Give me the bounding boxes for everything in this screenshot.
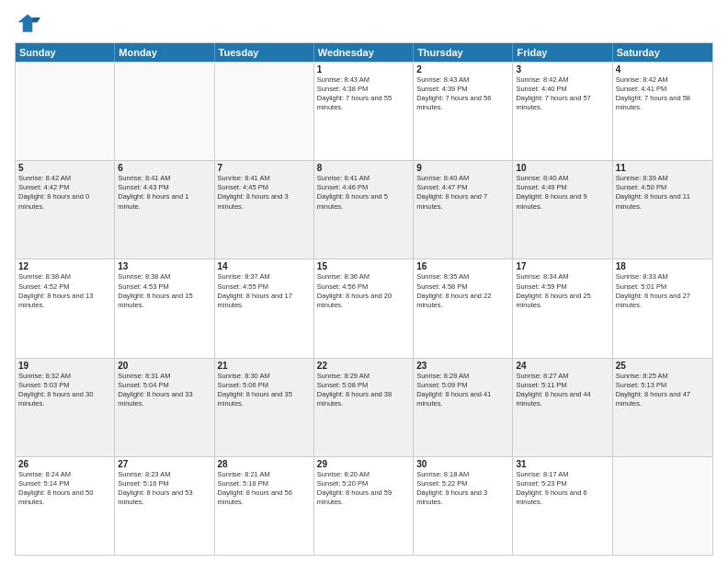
calendar-row: 12Sunrise: 8:38 AM Sunset: 4:52 PM Dayli… bbox=[16, 259, 712, 357]
calendar-cell: 10Sunrise: 8:40 AM Sunset: 4:49 PM Dayli… bbox=[513, 161, 612, 259]
day-number: 20 bbox=[118, 361, 210, 371]
calendar-cell: 1Sunrise: 8:43 AM Sunset: 4:38 PM Daylig… bbox=[314, 63, 414, 160]
calendar-cell: 16Sunrise: 8:35 AM Sunset: 4:58 PM Dayli… bbox=[414, 259, 513, 357]
cell-info: Sunrise: 8:41 AM Sunset: 4:43 PM Dayligh… bbox=[118, 174, 210, 212]
calendar-row: 26Sunrise: 8:24 AM Sunset: 5:14 PM Dayli… bbox=[16, 456, 712, 555]
day-number: 30 bbox=[416, 459, 509, 469]
svg-marker-0 bbox=[18, 15, 38, 32]
day-number: 22 bbox=[317, 361, 410, 371]
cell-info: Sunrise: 8:25 AM Sunset: 5:13 PM Dayligh… bbox=[616, 372, 710, 409]
day-number: 7 bbox=[218, 163, 311, 173]
day-number: 19 bbox=[18, 361, 111, 371]
calendar-cell: 6Sunrise: 8:41 AM Sunset: 4:43 PM Daylig… bbox=[115, 161, 214, 259]
cell-info: Sunrise: 8:24 AM Sunset: 5:14 PM Dayligh… bbox=[18, 470, 111, 508]
calendar: SundayMondayTuesdayWednesdayThursdayFrid… bbox=[15, 42, 713, 556]
calendar-cell: 23Sunrise: 8:28 AM Sunset: 5:09 PM Dayli… bbox=[414, 359, 513, 456]
day-number: 17 bbox=[516, 261, 609, 271]
day-number: 3 bbox=[516, 64, 609, 75]
calendar-row: 19Sunrise: 8:32 AM Sunset: 5:03 PM Dayli… bbox=[16, 358, 712, 456]
cell-info: Sunrise: 8:23 AM Sunset: 5:16 PM Dayligh… bbox=[118, 470, 210, 508]
calendar-cell: 21Sunrise: 8:30 AM Sunset: 5:06 PM Dayli… bbox=[215, 359, 314, 456]
day-number: 12 bbox=[18, 261, 111, 271]
cal-header-day: Friday bbox=[513, 43, 612, 62]
day-number: 2 bbox=[416, 64, 509, 75]
calendar-cell: 11Sunrise: 8:39 AM Sunset: 4:50 PM Dayli… bbox=[613, 161, 712, 259]
cal-header-day: Sunday bbox=[16, 43, 115, 62]
cell-info: Sunrise: 8:20 AM Sunset: 5:20 PM Dayligh… bbox=[317, 470, 410, 508]
cell-info: Sunrise: 8:17 AM Sunset: 5:23 PM Dayligh… bbox=[516, 470, 609, 508]
cal-header-day: Tuesday bbox=[215, 43, 314, 62]
cell-info: Sunrise: 8:42 AM Sunset: 4:41 PM Dayligh… bbox=[616, 75, 710, 113]
day-number: 11 bbox=[616, 163, 710, 173]
calendar-cell: 27Sunrise: 8:23 AM Sunset: 5:16 PM Dayli… bbox=[115, 457, 214, 555]
day-number: 27 bbox=[118, 459, 210, 469]
day-number: 9 bbox=[416, 163, 509, 173]
calendar-row: 5Sunrise: 8:42 AM Sunset: 4:42 PM Daylig… bbox=[16, 160, 712, 259]
day-number: 25 bbox=[616, 361, 710, 371]
calendar-cell: 22Sunrise: 8:29 AM Sunset: 5:08 PM Dayli… bbox=[314, 359, 414, 456]
cell-info: Sunrise: 8:35 AM Sunset: 4:58 PM Dayligh… bbox=[416, 272, 509, 310]
day-number: 4 bbox=[616, 64, 710, 75]
cell-info: Sunrise: 8:40 AM Sunset: 4:47 PM Dayligh… bbox=[416, 174, 509, 212]
calendar-cell: 19Sunrise: 8:32 AM Sunset: 5:03 PM Dayli… bbox=[16, 359, 115, 456]
calendar-cell: 3Sunrise: 8:42 AM Sunset: 4:40 PM Daylig… bbox=[513, 63, 612, 160]
calendar-cell: 9Sunrise: 8:40 AM Sunset: 4:47 PM Daylig… bbox=[414, 161, 513, 259]
cal-header-day: Thursday bbox=[414, 43, 513, 62]
day-number: 21 bbox=[218, 361, 311, 371]
cell-info: Sunrise: 8:36 AM Sunset: 4:56 PM Dayligh… bbox=[317, 272, 410, 310]
cal-header-day: Saturday bbox=[613, 43, 712, 62]
day-number: 8 bbox=[317, 163, 410, 173]
logo-icon bbox=[15, 11, 40, 37]
day-number: 26 bbox=[18, 459, 111, 469]
cell-info: Sunrise: 8:21 AM Sunset: 5:18 PM Dayligh… bbox=[218, 470, 311, 508]
day-number: 16 bbox=[416, 261, 509, 271]
cell-info: Sunrise: 8:28 AM Sunset: 5:09 PM Dayligh… bbox=[416, 372, 509, 409]
svg-marker-1 bbox=[32, 17, 40, 22]
cell-info: Sunrise: 8:40 AM Sunset: 4:49 PM Dayligh… bbox=[516, 174, 609, 212]
cell-info: Sunrise: 8:38 AM Sunset: 4:53 PM Dayligh… bbox=[118, 272, 210, 310]
page: SundayMondayTuesdayWednesdayThursdayFrid… bbox=[0, 0, 728, 563]
day-number: 18 bbox=[616, 261, 710, 271]
cal-header-day: Wednesday bbox=[314, 43, 414, 62]
cell-info: Sunrise: 8:27 AM Sunset: 5:11 PM Dayligh… bbox=[516, 372, 609, 409]
cell-info: Sunrise: 8:38 AM Sunset: 4:52 PM Dayligh… bbox=[18, 272, 111, 310]
cell-info: Sunrise: 8:34 AM Sunset: 4:59 PM Dayligh… bbox=[516, 272, 609, 310]
calendar-cell: 25Sunrise: 8:25 AM Sunset: 5:13 PM Dayli… bbox=[613, 359, 712, 456]
calendar-cell bbox=[613, 457, 712, 555]
calendar-body: 1Sunrise: 8:43 AM Sunset: 4:38 PM Daylig… bbox=[16, 62, 712, 555]
cell-info: Sunrise: 8:43 AM Sunset: 4:38 PM Dayligh… bbox=[317, 75, 410, 113]
day-number: 6 bbox=[118, 163, 210, 173]
cell-info: Sunrise: 8:41 AM Sunset: 4:45 PM Dayligh… bbox=[218, 174, 311, 212]
day-number: 5 bbox=[18, 163, 111, 173]
cell-info: Sunrise: 8:42 AM Sunset: 4:40 PM Dayligh… bbox=[516, 75, 609, 113]
calendar-row: 1Sunrise: 8:43 AM Sunset: 4:38 PM Daylig… bbox=[16, 62, 712, 160]
day-number: 1 bbox=[317, 64, 410, 75]
cell-info: Sunrise: 8:39 AM Sunset: 4:50 PM Dayligh… bbox=[616, 174, 710, 212]
cal-header-day: Monday bbox=[115, 43, 214, 62]
calendar-header: SundayMondayTuesdayWednesdayThursdayFrid… bbox=[16, 43, 712, 62]
day-number: 14 bbox=[218, 261, 311, 271]
cell-info: Sunrise: 8:42 AM Sunset: 4:42 PM Dayligh… bbox=[18, 174, 111, 212]
day-number: 24 bbox=[516, 361, 609, 371]
calendar-cell: 30Sunrise: 8:18 AM Sunset: 5:22 PM Dayli… bbox=[414, 457, 513, 555]
calendar-cell: 17Sunrise: 8:34 AM Sunset: 4:59 PM Dayli… bbox=[513, 259, 612, 357]
calendar-cell: 2Sunrise: 8:43 AM Sunset: 4:39 PM Daylig… bbox=[414, 63, 513, 160]
cell-info: Sunrise: 8:33 AM Sunset: 5:01 PM Dayligh… bbox=[616, 272, 710, 310]
calendar-cell: 15Sunrise: 8:36 AM Sunset: 4:56 PM Dayli… bbox=[314, 259, 414, 357]
cell-info: Sunrise: 8:31 AM Sunset: 5:04 PM Dayligh… bbox=[118, 372, 210, 409]
calendar-cell: 7Sunrise: 8:41 AM Sunset: 4:45 PM Daylig… bbox=[215, 161, 314, 259]
day-number: 31 bbox=[516, 459, 609, 469]
calendar-cell: 28Sunrise: 8:21 AM Sunset: 5:18 PM Dayli… bbox=[215, 457, 314, 555]
calendar-cell: 31Sunrise: 8:17 AM Sunset: 5:23 PM Dayli… bbox=[513, 457, 612, 555]
day-number: 15 bbox=[317, 261, 410, 271]
calendar-cell: 24Sunrise: 8:27 AM Sunset: 5:11 PM Dayli… bbox=[513, 359, 612, 456]
cell-info: Sunrise: 8:41 AM Sunset: 4:46 PM Dayligh… bbox=[317, 174, 410, 212]
day-number: 10 bbox=[516, 163, 609, 173]
calendar-cell: 29Sunrise: 8:20 AM Sunset: 5:20 PM Dayli… bbox=[314, 457, 414, 555]
cell-info: Sunrise: 8:29 AM Sunset: 5:08 PM Dayligh… bbox=[317, 372, 410, 409]
calendar-cell: 18Sunrise: 8:33 AM Sunset: 5:01 PM Dayli… bbox=[613, 259, 712, 357]
calendar-cell: 26Sunrise: 8:24 AM Sunset: 5:14 PM Dayli… bbox=[16, 457, 115, 555]
logo bbox=[15, 11, 44, 37]
day-number: 13 bbox=[118, 261, 210, 271]
cell-info: Sunrise: 8:30 AM Sunset: 5:06 PM Dayligh… bbox=[218, 372, 311, 409]
